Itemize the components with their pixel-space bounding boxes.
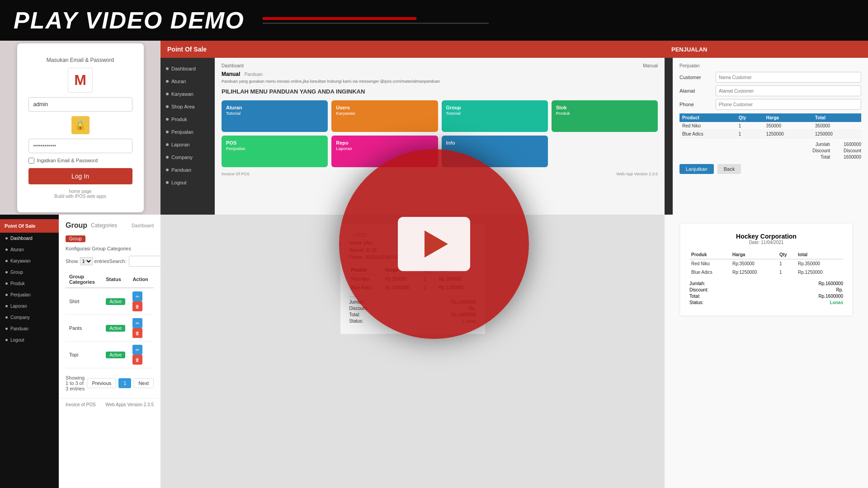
jumlah-row: Jumlah 1600000: [679, 142, 861, 147]
cell-status: Active: [102, 288, 129, 315]
card-label-stok: Stok: [556, 105, 653, 110]
pos-sidebar: Point Of Sale Dashboard Aturan Karyawan …: [0, 215, 59, 488]
edit-button[interactable]: ✏: [132, 291, 142, 301]
manual-topbar: Point Of Sale: [160, 41, 665, 58]
sidebar-item-karyawan[interactable]: Karyawan: [160, 88, 215, 100]
table-row: Topi Active ✏ 🗑: [66, 342, 154, 368]
table-row: Pants Active ✏ 🗑: [66, 315, 154, 342]
page-title: PLAY VIDEO DEMO: [14, 7, 245, 34]
alamat-label: Alamat: [679, 88, 711, 94]
email-field[interactable]: [28, 97, 132, 112]
edit-button[interactable]: ✏: [132, 318, 142, 328]
cell-harga: 1250000: [764, 130, 812, 138]
pos-sidebar-item-dashboard[interactable]: Dashboard: [0, 233, 59, 244]
penjualan-panel: PENJUALAN Penjualan Customer Alamat Phon…: [665, 41, 868, 215]
customer-input[interactable]: [716, 72, 861, 83]
card-label-info: Info: [446, 140, 543, 145]
status-value: Lunas: [830, 300, 843, 305]
video-overlay[interactable]: [339, 149, 529, 339]
login-button[interactable]: Log In: [28, 168, 132, 184]
pos-sidebar-item-penjualan[interactable]: Penjualan: [0, 289, 59, 300]
red-line: [263, 17, 416, 20]
footer-line1: home page: [54, 189, 106, 194]
pos-sidebar-item-aturan[interactable]: Aturan: [0, 244, 59, 255]
sidebar-item-company[interactable]: Company: [160, 151, 215, 164]
total-row: Total: Rp.1600000: [689, 294, 843, 299]
video-player-box[interactable]: [398, 217, 470, 271]
card-stok[interactable]: Stok Produk: [552, 100, 658, 132]
pos-footer: Invoice of POS Web Apps Version 2.3.5: [59, 398, 160, 411]
sidebar-item-panduan[interactable]: Panduan: [160, 164, 215, 176]
th-product: Product: [679, 113, 736, 122]
cell-status: Active: [102, 342, 129, 368]
sidebar-item-aturan[interactable]: Aturan: [160, 75, 215, 88]
page-1-button[interactable]: 1: [118, 378, 131, 388]
cell-name: Topi: [66, 342, 102, 368]
edit-button[interactable]: ✏: [132, 345, 142, 355]
delete-button[interactable]: 🗑: [132, 355, 142, 365]
pos-topbar: Point Of Sale: [0, 219, 59, 233]
pos-sidebar-item-laporan[interactable]: Laporan: [0, 300, 59, 312]
sidebar-item-laporan[interactable]: Laporan: [160, 138, 215, 151]
pos-topbar-title: Point Of Sale: [5, 223, 35, 229]
card-pos[interactable]: POS Penjualan: [222, 136, 328, 167]
remember-checkbox[interactable]: [28, 158, 34, 164]
password-field[interactable]: [28, 139, 132, 153]
table-row: Red Niko Rp:350000 1 Rp.350000: [689, 259, 843, 268]
alamat-input[interactable]: [716, 85, 861, 96]
group-config-title: Konfigurasi Group Categories: [66, 246, 154, 251]
discount-label: Discount:: [689, 287, 708, 292]
card-group[interactable]: Group Tutorial: [442, 100, 548, 132]
manual-breadcrumb: Dashboard Manual: [222, 63, 658, 68]
pos-content: Group Categories Dashboard Group Konfigu…: [59, 215, 160, 488]
discount-value: Rp.: [836, 287, 843, 292]
pos-sidebar-item-panduan[interactable]: Panduan: [0, 323, 59, 334]
footer-left: Invoice Of POS: [222, 172, 250, 176]
customer-row: Customer: [679, 72, 861, 83]
lanjutkan-button[interactable]: Lanjutkan: [679, 164, 714, 174]
delete-button[interactable]: 🗑: [132, 301, 142, 311]
pos-sidebar-item-karyawan[interactable]: Karyawan: [0, 255, 59, 267]
penjualan-title: PENJUALAN: [671, 46, 707, 53]
manual-sidebar: Dashboard Aturan Karyawan Shop Area Prod…: [160, 58, 215, 215]
pos-sidebar-item-logout[interactable]: Logout: [0, 334, 59, 346]
next-button[interactable]: Next: [133, 378, 154, 388]
sidebar-item-shoparea[interactable]: Shop Area: [160, 100, 215, 113]
phone-input[interactable]: [716, 99, 861, 110]
group-controls: Show 10 25 50 entries Search:: [66, 256, 154, 267]
back-button[interactable]: Back: [717, 164, 741, 174]
sidebar-item-produk[interactable]: Produk: [160, 113, 215, 126]
search-input[interactable]: [129, 256, 160, 267]
gmail-icon: M: [68, 68, 93, 93]
penjualan-table: Product Qty Harga Total Red Niko 1 35000…: [679, 113, 861, 138]
pos-panel: Point Of Sale Dashboard Aturan Karyawan …: [0, 215, 160, 488]
total-label: Total: [821, 155, 830, 160]
jumlah-row: Jumlah: Rp.1600000: [689, 281, 843, 286]
sidebar-item-dashboard[interactable]: Dashboard: [160, 62, 215, 75]
manual-main-heading: PILIHLAH MENU PANDUAN YANG ANDA INGINKAN: [222, 88, 658, 95]
delete-button[interactable]: 🗑: [132, 328, 142, 338]
sidebar-item-penjualan[interactable]: Penjualan: [160, 126, 215, 138]
card-label-aturan: Aturan: [226, 105, 323, 110]
cell-action: ✏ 🗑: [129, 342, 154, 368]
footer-line2: Build with IPOS web apps: [54, 194, 106, 199]
group-title: Group Categories: [66, 221, 117, 230]
video-circle[interactable]: [339, 149, 529, 339]
card-users[interactable]: Users Karyawan: [331, 100, 438, 132]
pos-sidebar-item-produk[interactable]: Produk: [0, 278, 59, 289]
sidebar-item-logout[interactable]: Logout: [160, 176, 215, 189]
previous-button[interactable]: Previous: [87, 378, 116, 388]
group-header: Group Categories Dashboard: [66, 221, 154, 230]
invoice-right-table: Produk Harga Qty total Red Niko Rp:35000…: [689, 250, 843, 277]
pos-sidebar-item-company[interactable]: Company: [0, 312, 59, 323]
manual-desc: Panduan yang gunakan menu inovasi online…: [222, 79, 658, 84]
show-select[interactable]: 10 25 50: [80, 257, 93, 265]
search-row: Search:: [109, 256, 160, 267]
penjualan-breadcrumb: Penjualan: [679, 63, 861, 68]
manual-section-title: Manual Panduan: [222, 71, 658, 77]
card-aturan[interactable]: Aturan Tutorial: [222, 100, 328, 132]
login-footer: home page Build with IPOS web apps: [54, 189, 106, 199]
pos-content-body: Group Categories Dashboard Group Konfigu…: [59, 215, 160, 398]
pos-sidebar-item-group[interactable]: Group: [0, 267, 59, 278]
gmail-letter: M: [74, 72, 86, 89]
